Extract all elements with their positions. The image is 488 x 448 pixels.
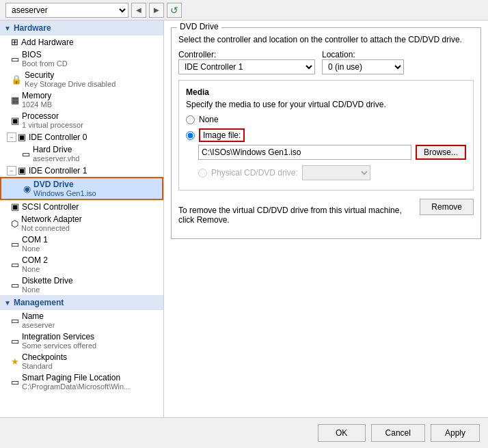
sidebar-item-name[interactable]: ▭ Name aseserver [0,310,163,331]
checkpoints-sublabel: Standard [22,362,67,370]
sidebar-item-com2[interactable]: ▭ COM 2 None [0,254,163,275]
scsi-icon: ▣ [11,201,19,212]
controller-select[interactable]: IDE Controller 0IDE Controller 1 [178,59,315,74]
integration-label: Integration Services [22,332,94,341]
controller-location-row: Controller: IDE Controller 0IDE Controll… [178,50,474,74]
ide0-icon: ▣ [18,132,26,142]
checkpoints-icon: ★ [11,356,19,367]
remove-button[interactable]: Remove [420,199,474,215]
main-layout: ▼ Hardware ⊞ Add Hardware ▭ BIOS Boot fr… [0,20,488,417]
network-sublabel: Not connected [21,224,82,232]
sidebar-item-dvddrive[interactable]: ◉ DVD Drive Windows Gen1.iso [0,177,163,200]
image-file-radio-row: Image file: [186,128,466,142]
com1-label: COM 1 [22,235,48,244]
network-label: Network Adapter [21,214,82,224]
com1-sublabel: None [22,244,48,253]
none-radio[interactable] [186,115,195,124]
harddrive-label: Hard Drive [33,145,72,154]
sidebar-item-add-hardware[interactable]: ⊞ Add Hardware [0,36,163,48]
bottom-bar: OK Cancel Apply [0,417,488,448]
sidebar-item-checkpoints[interactable]: ★ Checkpoints Standard [0,351,163,372]
ide1-expand-icon[interactable]: − [7,166,16,176]
name-icon: ▭ [11,316,19,326]
sidebar-item-ide0[interactable]: − ▣ IDE Controller 0 [0,130,163,143]
name-label: Name [22,311,44,321]
integration-icon: ▭ [11,336,19,346]
image-file-radio[interactable] [186,131,195,140]
sidebar-item-harddrive[interactable]: ▭ Hard Drive aseserver.vhd [0,143,163,164]
harddrive-sublabel: aseserver.vhd [33,154,79,163]
ide0-label: IDE Controller 0 [29,132,87,142]
sidebar-item-security[interactable]: 🔒 Security Key Storage Drive disabled [0,69,163,89]
floppy-icon: ▭ [11,280,19,290]
checkpoints-label: Checkpoints [22,352,67,362]
browse-button[interactable]: Browse... [416,145,466,160]
location-select[interactable]: 0 (in use)1 [322,59,404,74]
server-select[interactable]: aseserver [5,3,128,18]
forward-button[interactable]: ▶ [149,3,164,18]
security-icon: 🔒 [11,74,22,85]
media-title: Media [186,87,466,97]
dvddrive-label: DVD Drive [33,180,74,189]
controller-label: Controller: [178,50,315,59]
com2-sublabel: None [22,265,48,273]
back-button[interactable]: ◀ [131,3,146,18]
ide0-expand-icon[interactable]: − [7,132,16,142]
dvd-drive-group-title: DVD Drive [177,22,221,31]
sidebar-item-processor[interactable]: ▣ Processor 1 virtual processor [0,110,163,130]
sidebar-item-bios-wrapper: ▭ BIOS Boot from CD [0,48,163,69]
physical-radio[interactable] [198,169,207,178]
management-section-header[interactable]: ▼ Management [0,295,163,310]
sidebar-item-bios[interactable]: ▭ BIOS Boot from CD [0,48,163,69]
harddrive-icon: ▭ [22,149,30,159]
apply-button[interactable]: Apply [431,424,480,442]
none-radio-row: None [186,115,466,124]
hardware-section-label: Hardware [14,23,51,33]
security-label: Security [25,70,54,80]
ide1-icon: ▣ [18,165,26,176]
scsi-label: SCSI Controller [22,202,79,212]
remove-section: Remove To remove the virtual CD/DVD driv… [178,199,474,232]
sidebar-item-memory[interactable]: ▦ Memory 1024 MB [0,89,163,110]
refresh-button[interactable]: ↺ [167,3,182,18]
add-hardware-label: Add Hardware [21,38,74,47]
image-file-label[interactable]: Image file: [199,128,245,142]
com1-icon: ▭ [11,239,19,249]
physical-drive-select[interactable] [302,165,370,180]
none-label[interactable]: None [199,115,219,124]
floppy-sublabel: None [22,285,73,294]
memory-icon: ▦ [11,95,19,105]
com2-label: COM 2 [22,255,48,265]
network-icon: ⬡ [11,219,18,229]
hardware-chevron-icon: ▼ [4,25,11,32]
location-label: Location: [322,50,404,59]
toolbar: aseserver ◀ ▶ ↺ [0,0,488,20]
name-sublabel: aseserver [22,321,55,329]
dvddrive-sublabel: Windows Gen1.iso [33,189,96,197]
image-file-input[interactable] [198,145,411,160]
hardware-section-header[interactable]: ▼ Hardware [0,20,163,36]
processor-sublabel: 1 virtual processor [22,121,83,129]
description-text: Select the controller and location on th… [178,35,474,44]
sidebar-item-network[interactable]: ⬡ Network Adapter Not connected [0,213,163,234]
floppy-label: Diskette Drive [22,276,73,285]
sidebar-item-scsi[interactable]: ▣ SCSI Controller [0,200,163,213]
sidebar-item-floppy[interactable]: ▭ Diskette Drive None [0,275,163,295]
sidebar-item-smartpaging[interactable]: ▭ Smart Paging File Location C:\ProgramD… [0,372,163,392]
com2-icon: ▭ [11,260,19,270]
management-section-label: Management [14,298,64,307]
smartpaging-sublabel: C:\ProgramData\Microsoft\Win... [22,382,130,391]
sidebar-item-integration[interactable]: ▭ Integration Services Some services off… [0,331,163,351]
smartpaging-icon: ▭ [11,377,19,387]
media-section: Media Specify the media to use for your … [178,80,474,191]
dvd-drive-group: DVD Drive Select the controller and loca… [171,27,481,239]
ok-button[interactable]: OK [318,424,366,442]
processor-icon: ▣ [11,115,19,126]
image-file-path-row: Browse... [186,145,466,160]
sidebar-item-ide1[interactable]: − ▣ IDE Controller 1 [0,164,163,177]
integration-sublabel: Some services offered [22,341,96,350]
cancel-button[interactable]: Cancel [371,424,425,442]
bios-sublabel: Boot from CD [22,59,68,68]
memory-sublabel: 1024 MB [22,100,52,109]
sidebar-item-com1[interactable]: ▭ COM 1 None [0,234,163,254]
